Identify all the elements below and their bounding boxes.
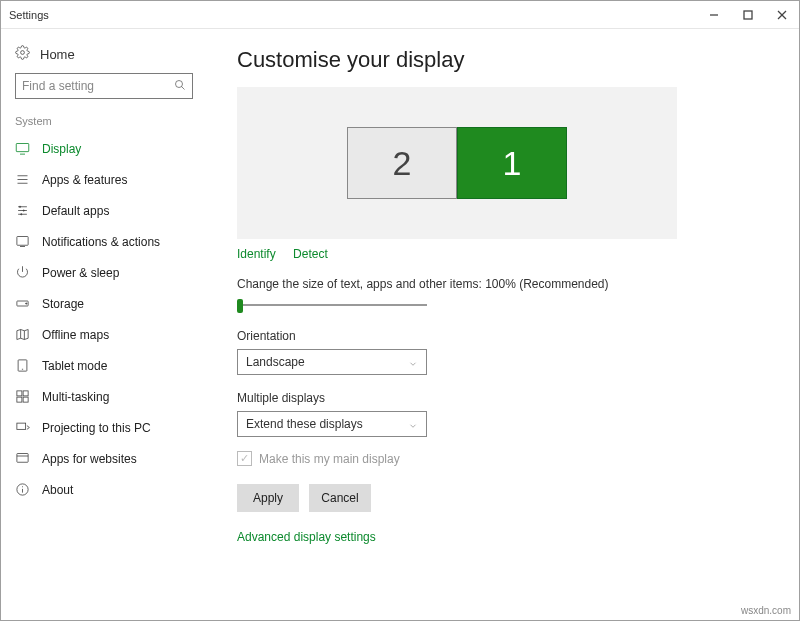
apply-button[interactable]: Apply xyxy=(237,484,299,512)
identify-link[interactable]: Identify xyxy=(237,247,276,261)
sidebar-item-label: Display xyxy=(42,142,81,156)
sidebar-item-label: About xyxy=(42,483,73,497)
watermark: wsxdn.com xyxy=(741,605,791,616)
search-wrap xyxy=(1,73,207,109)
sidebar-item-power[interactable]: Power & sleep xyxy=(1,257,207,288)
sidebar-item-label: Storage xyxy=(42,297,84,311)
svg-point-21 xyxy=(26,303,27,304)
sidebar-item-offline-maps[interactable]: Offline maps xyxy=(1,319,207,350)
page-title: Customise your display xyxy=(237,47,769,73)
button-row: Apply Cancel xyxy=(237,484,769,512)
search-input[interactable] xyxy=(22,79,174,93)
slider-thumb[interactable] xyxy=(237,299,243,313)
sidebar-item-projecting[interactable]: Projecting to this PC xyxy=(1,412,207,443)
display-preview[interactable]: 2 1 xyxy=(237,87,677,239)
sidebar-item-apps-features[interactable]: Apps & features xyxy=(1,164,207,195)
svg-point-35 xyxy=(22,486,23,487)
sidebar-item-label: Notifications & actions xyxy=(42,235,160,249)
search-box[interactable] xyxy=(15,73,193,99)
sidebar-item-label: Projecting to this PC xyxy=(42,421,151,435)
sidebar-item-label: Multi-tasking xyxy=(42,390,109,404)
section-label: System xyxy=(1,109,207,133)
sidebar-item-about[interactable]: About xyxy=(1,474,207,505)
chevron-down-icon xyxy=(408,358,418,372)
map-icon xyxy=(15,327,30,342)
display-icon xyxy=(15,141,30,156)
slider-track xyxy=(237,304,427,306)
main-display-row: ✓ Make this my main display xyxy=(237,451,769,466)
search-icon xyxy=(174,77,186,95)
orientation-select[interactable]: Landscape xyxy=(237,349,427,375)
maximize-button[interactable] xyxy=(731,1,765,28)
chevron-down-icon xyxy=(408,420,418,434)
svg-rect-7 xyxy=(16,144,29,152)
titlebar: Settings xyxy=(1,1,799,29)
svg-rect-18 xyxy=(17,237,28,246)
sidebar-item-label: Offline maps xyxy=(42,328,109,342)
settings-window: Settings Home System Display xyxy=(0,0,800,621)
svg-point-16 xyxy=(23,210,24,211)
svg-point-15 xyxy=(19,206,20,207)
svg-point-4 xyxy=(21,51,25,55)
apps-websites-icon xyxy=(15,451,30,466)
cancel-button[interactable]: Cancel xyxy=(309,484,371,512)
storage-icon xyxy=(15,296,30,311)
detect-link[interactable]: Detect xyxy=(293,247,328,261)
multiple-displays-value: Extend these displays xyxy=(246,417,363,431)
svg-point-17 xyxy=(21,214,22,215)
svg-rect-30 xyxy=(17,423,26,429)
projecting-icon xyxy=(15,420,30,435)
orientation-value: Landscape xyxy=(246,355,305,369)
window-title: Settings xyxy=(9,9,697,21)
scale-label: Change the size of text, apps and other … xyxy=(237,277,769,291)
default-apps-icon xyxy=(15,203,30,218)
main-display-checkbox[interactable]: ✓ xyxy=(237,451,252,466)
window-body: Home System Display Apps & features xyxy=(1,29,799,620)
display-links: Identify Detect xyxy=(237,247,769,261)
svg-rect-31 xyxy=(17,454,28,463)
minimize-button[interactable] xyxy=(697,1,731,28)
sidebar-item-storage[interactable]: Storage xyxy=(1,288,207,319)
main-display-label: Make this my main display xyxy=(259,452,400,466)
window-controls xyxy=(697,1,799,28)
sidebar-item-apps-websites[interactable]: Apps for websites xyxy=(1,443,207,474)
sidebar-item-display[interactable]: Display xyxy=(1,133,207,164)
sidebar-item-tablet-mode[interactable]: Tablet mode xyxy=(1,350,207,381)
tablet-icon xyxy=(15,358,30,373)
multiple-displays-select[interactable]: Extend these displays xyxy=(237,411,427,437)
svg-rect-26 xyxy=(17,391,22,396)
svg-rect-29 xyxy=(23,397,28,402)
sidebar-item-label: Tablet mode xyxy=(42,359,107,373)
sidebar-item-default-apps[interactable]: Default apps xyxy=(1,195,207,226)
notifications-icon xyxy=(15,234,30,249)
monitor-1-label: 1 xyxy=(503,144,522,183)
sidebar-item-label: Apps & features xyxy=(42,173,127,187)
close-button[interactable] xyxy=(765,1,799,28)
monitor-2[interactable]: 2 xyxy=(347,127,457,199)
orientation-label: Orientation xyxy=(237,329,769,343)
sidebar-item-label: Apps for websites xyxy=(42,452,137,466)
svg-point-5 xyxy=(176,81,183,88)
scale-slider[interactable] xyxy=(237,297,427,313)
nav: Display Apps & features Default apps Not… xyxy=(1,133,207,505)
sidebar-item-label: Default apps xyxy=(42,204,109,218)
monitor-2-label: 2 xyxy=(393,144,412,183)
info-icon xyxy=(15,482,30,497)
multiple-displays-label: Multiple displays xyxy=(237,391,769,405)
apps-icon xyxy=(15,172,30,187)
sidebar-item-notifications[interactable]: Notifications & actions xyxy=(1,226,207,257)
svg-rect-1 xyxy=(744,11,752,19)
sidebar: Home System Display Apps & features xyxy=(1,29,207,620)
advanced-display-link[interactable]: Advanced display settings xyxy=(237,530,769,544)
monitor-1[interactable]: 1 xyxy=(457,127,567,199)
svg-rect-28 xyxy=(17,397,22,402)
home-button[interactable]: Home xyxy=(1,39,207,73)
svg-rect-27 xyxy=(23,391,28,396)
content: Customise your display 2 1 Identify Dete… xyxy=(207,29,799,620)
gear-icon xyxy=(15,45,30,63)
sidebar-item-label: Power & sleep xyxy=(42,266,119,280)
sidebar-item-multitasking[interactable]: Multi-tasking xyxy=(1,381,207,412)
multitasking-icon xyxy=(15,389,30,404)
svg-line-6 xyxy=(182,87,185,90)
home-label: Home xyxy=(40,47,75,62)
